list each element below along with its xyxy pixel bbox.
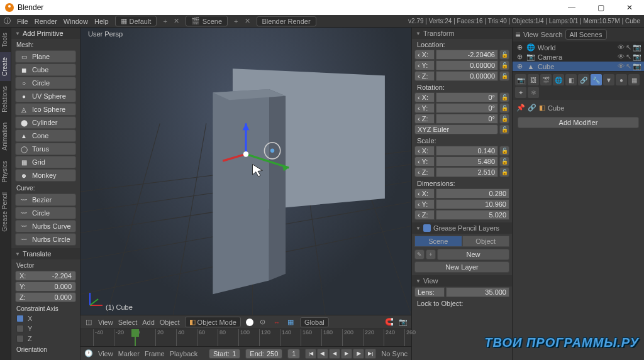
lock-icon[interactable]: 🔓 bbox=[499, 124, 509, 134]
prop-tab-constraints[interactable]: 🔗 bbox=[578, 74, 589, 85]
add-modifier-dropdown[interactable]: Add Modifier bbox=[518, 117, 639, 128]
translate-header[interactable]: Translate bbox=[11, 248, 80, 259]
vtab-physics[interactable]: Physics bbox=[0, 156, 11, 187]
outliner-item-cube[interactable]: ⊕▲Cube👁↖📷 bbox=[513, 62, 644, 71]
translate-z-field[interactable]: Z:0.000 bbox=[15, 292, 76, 302]
jump-start-button[interactable]: |◀ bbox=[305, 349, 316, 359]
gp-scene-tab[interactable]: Scene bbox=[414, 236, 462, 247]
lens-field[interactable]: 35.000 bbox=[446, 287, 509, 297]
expand-icon[interactable]: ⊕ bbox=[515, 53, 524, 61]
current-frame-field[interactable]: 1 bbox=[287, 349, 300, 359]
prop-tab-world[interactable]: 🌐 bbox=[553, 74, 564, 85]
link-icon[interactable]: 🔗 bbox=[528, 104, 536, 112]
loc-z-field[interactable]: 0.00000 bbox=[436, 71, 498, 81]
selectable-icon[interactable]: ↖ bbox=[626, 43, 631, 52]
dim-x-field[interactable]: 0.280 bbox=[436, 188, 509, 199]
prop-tab-modifiers[interactable]: 🔧 bbox=[591, 74, 602, 85]
lock-icon[interactable]: 🔓 bbox=[499, 71, 509, 81]
mesh-cylinder-button[interactable]: ⬤Cylinder bbox=[15, 116, 76, 129]
outliner-search[interactable]: Search bbox=[541, 31, 563, 38]
vtab-animation[interactable]: Animation bbox=[0, 117, 11, 155]
gp-new-button[interactable]: New bbox=[437, 249, 509, 260]
grease-pencil-header[interactable]: Grease Pencil Layers bbox=[412, 222, 512, 234]
vtab-grease-pencil[interactable]: Grease Pencil bbox=[0, 187, 11, 237]
pivot-icon[interactable]: ⊙ bbox=[258, 318, 267, 327]
vtab-relations[interactable]: Relations bbox=[0, 81, 11, 117]
prop-tab-particles[interactable]: ✦ bbox=[515, 87, 526, 98]
menu-help[interactable]: Help bbox=[94, 18, 109, 25]
gp-object-tab[interactable]: Object bbox=[462, 236, 510, 247]
vtab-create[interactable]: Create bbox=[0, 52, 11, 81]
rot-y-field[interactable]: 0° bbox=[436, 103, 498, 113]
pin-icon[interactable]: 📌 bbox=[516, 104, 525, 112]
timeline-icon[interactable]: 🕐 bbox=[84, 349, 93, 357]
rotation-mode-dropdown[interactable]: XYZ Euler bbox=[414, 124, 498, 134]
scale-y-field[interactable]: 5.480 bbox=[436, 156, 498, 166]
lock-icon[interactable]: 🔓 bbox=[499, 156, 509, 166]
menu-window[interactable]: Window bbox=[64, 18, 88, 25]
info-icon[interactable]: ⓘ bbox=[4, 16, 11, 26]
prop-tab-data[interactable]: ▼ bbox=[603, 74, 614, 85]
outliner-item-world[interactable]: ⊕🌐World👁↖📷 bbox=[513, 43, 644, 52]
constraint-y-check[interactable]: Y bbox=[11, 324, 80, 334]
mesh-cube-button[interactable]: ◼Cube bbox=[15, 63, 76, 76]
expand-icon[interactable]: ⊕ bbox=[515, 43, 524, 52]
manipulator-icon[interactable]: ↔ bbox=[272, 318, 281, 327]
visibility-icon[interactable]: 👁 bbox=[618, 43, 625, 52]
renderable-icon[interactable]: 📷 bbox=[633, 43, 641, 52]
vtab-tools[interactable]: Tools bbox=[0, 28, 11, 52]
orientation-dropdown[interactable]: Global bbox=[300, 317, 329, 327]
mode-dropdown[interactable]: ◧Object Mode bbox=[185, 317, 241, 327]
mesh-grid-button[interactable]: ▦Grid bbox=[15, 156, 76, 168]
end-frame-field[interactable]: End:250 bbox=[245, 349, 282, 359]
lock-icon[interactable]: 🔓 bbox=[499, 50, 509, 60]
translate-y-field[interactable]: Y:0.000 bbox=[15, 281, 76, 292]
visibility-icon[interactable]: 👁 bbox=[618, 62, 625, 70]
shading-solid-icon[interactable] bbox=[246, 319, 253, 326]
mesh-torus-button[interactable]: ◯Torus bbox=[15, 143, 76, 155]
minimize-button[interactable]: — bbox=[562, 3, 581, 12]
header-view[interactable]: View bbox=[98, 319, 113, 326]
expand-icon[interactable]: ⊕ bbox=[515, 62, 524, 70]
visibility-icon[interactable]: 👁 bbox=[618, 53, 625, 61]
renderable-icon[interactable]: 📷 bbox=[633, 53, 641, 61]
render-preview-icon[interactable]: 📷 bbox=[399, 318, 408, 327]
play-reverse-button[interactable]: ◀ bbox=[329, 349, 340, 359]
prop-tab-layers[interactable]: 🖼 bbox=[528, 74, 539, 85]
outliner-filter-dropdown[interactable]: All Scenes bbox=[565, 30, 607, 40]
add-primitive-header[interactable]: Add Primitive bbox=[11, 28, 80, 39]
start-frame-field[interactable]: Start:1 bbox=[209, 349, 240, 359]
props-object-name[interactable]: Cube bbox=[548, 104, 564, 112]
loc-x-field[interactable]: -2.20406 bbox=[436, 50, 498, 60]
layout-dropdown[interactable]: ▦ Default bbox=[115, 16, 157, 26]
dim-y-field[interactable]: 10.960 bbox=[436, 199, 509, 209]
mesh-monkey-button[interactable]: ☻Monkey bbox=[15, 169, 76, 182]
engine-dropdown[interactable]: Blender Render bbox=[257, 16, 316, 26]
outliner-view[interactable]: View bbox=[523, 31, 538, 38]
snap-icon[interactable]: 🧲 bbox=[385, 318, 394, 327]
constraint-x-check[interactable]: X bbox=[11, 314, 80, 324]
scale-x-field[interactable]: 0.140 bbox=[436, 146, 498, 156]
selectable-icon[interactable]: ↖ bbox=[626, 53, 631, 61]
renderable-icon[interactable]: 📷 bbox=[633, 62, 641, 70]
jump-end-button[interactable]: ▶| bbox=[365, 349, 376, 359]
tl-playback[interactable]: Playback bbox=[170, 350, 198, 357]
lock-icon[interactable]: 🔓 bbox=[499, 60, 509, 70]
prop-tab-physics[interactable]: ⚛ bbox=[528, 87, 539, 98]
maximize-button[interactable]: ▢ bbox=[591, 3, 610, 12]
selectable-icon[interactable]: ↖ bbox=[626, 62, 631, 70]
3d-viewport[interactable]: User Persp bbox=[80, 28, 411, 315]
dim-z-field[interactable]: 5.020 bbox=[436, 210, 509, 220]
gp-new-layer-button[interactable]: New Layer bbox=[414, 261, 509, 273]
prop-tab-object[interactable]: ◧ bbox=[565, 74, 577, 85]
plus-icon[interactable]: + bbox=[426, 249, 436, 259]
mesh-uv-sphere-button[interactable]: ●UV Sphere bbox=[15, 90, 76, 102]
lock-icon[interactable]: 🔓 bbox=[499, 146, 509, 156]
tl-view[interactable]: View bbox=[98, 350, 113, 357]
menu-render[interactable]: Render bbox=[35, 18, 57, 25]
outliner-icon[interactable]: ≣ bbox=[515, 31, 521, 39]
rot-z-field[interactable]: 0° bbox=[436, 114, 498, 124]
sync-dropdown[interactable]: No Sync bbox=[381, 350, 408, 357]
scene-add-icon[interactable]: + bbox=[234, 18, 238, 25]
prop-tab-render[interactable]: 📷 bbox=[515, 74, 526, 85]
